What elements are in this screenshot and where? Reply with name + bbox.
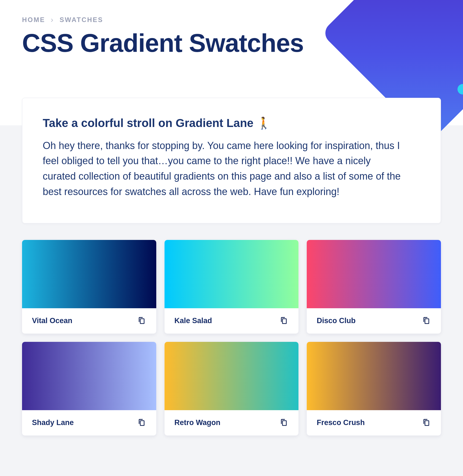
swatch-card: Shady Lane [22, 342, 156, 436]
svg-rect-3 [140, 421, 144, 426]
copy-button[interactable] [421, 418, 431, 428]
swatch-preview [22, 240, 156, 308]
svg-rect-0 [140, 319, 144, 324]
copy-button[interactable] [279, 418, 289, 428]
breadcrumb-current: Swatches [60, 16, 103, 24]
breadcrumb: Home › Swatches [22, 16, 441, 24]
copy-icon [280, 418, 287, 427]
swatch-preview [22, 342, 156, 410]
copy-icon [422, 317, 430, 325]
breadcrumb-separator: › [51, 16, 54, 24]
swatch-name: Shady Lane [32, 418, 74, 427]
breadcrumb-home-link[interactable]: Home [22, 16, 45, 24]
copy-button[interactable] [136, 418, 146, 428]
copy-icon [422, 418, 430, 427]
swatch-name: Fresco Crush [317, 418, 365, 427]
copy-button[interactable] [136, 316, 146, 326]
svg-rect-1 [282, 319, 286, 324]
intro-heading: Take a colorful stroll on Gradient Lane … [43, 116, 420, 130]
swatch-card: Fresco Crush [307, 342, 441, 436]
swatch-footer: Kale Salad [165, 308, 299, 334]
swatch-name: Disco Club [317, 317, 356, 325]
page-title: CSS Gradient Swatches [22, 30, 441, 56]
copy-icon [138, 418, 145, 427]
swatch-footer: Fresco Crush [307, 410, 441, 436]
copy-icon [138, 317, 145, 325]
swatch-preview [307, 240, 441, 308]
intro-card: Take a colorful stroll on Gradient Lane … [22, 98, 441, 223]
intro-body: Oh hey there, thanks for stopping by. Yo… [43, 138, 407, 199]
swatch-card: Disco Club [307, 240, 441, 334]
swatch-name: Kale Salad [174, 317, 212, 325]
swatch-footer: Disco Club [307, 308, 441, 334]
swatch-preview [165, 342, 299, 410]
svg-rect-4 [282, 421, 286, 426]
copy-icon [280, 317, 287, 325]
swatch-grid: Vital Ocean Kale Salad Disco Club Shady … [22, 240, 441, 436]
copy-button[interactable] [421, 316, 431, 326]
swatch-card: Vital Ocean [22, 240, 156, 334]
svg-rect-5 [425, 421, 429, 426]
swatch-footer: Shady Lane [22, 410, 156, 436]
swatch-card: Retro Wagon [165, 342, 299, 436]
swatch-footer: Retro Wagon [165, 410, 299, 436]
swatch-name: Vital Ocean [32, 317, 72, 325]
copy-button[interactable] [279, 316, 289, 326]
swatch-name: Retro Wagon [174, 418, 220, 427]
svg-rect-2 [425, 319, 429, 324]
swatch-footer: Vital Ocean [22, 308, 156, 334]
swatch-card: Kale Salad [165, 240, 299, 334]
swatch-preview [165, 240, 299, 308]
swatch-preview [307, 342, 441, 410]
